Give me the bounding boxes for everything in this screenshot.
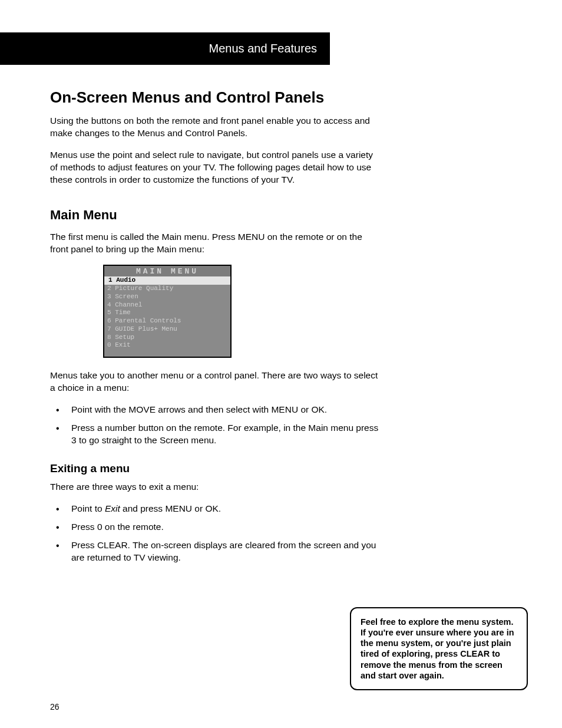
osd-item-setup: 8 Setup [104, 334, 230, 342]
bullet-list: Point with the MOVE arrows and then sele… [50, 404, 380, 447]
osd-item-screen: 3 Screen [104, 293, 230, 301]
paragraph: There are three ways to exit a menu: [50, 481, 380, 493]
bullet-item: Press 0 on the remote. [50, 521, 380, 533]
osd-item-exit: 0 Exit [104, 341, 230, 350]
page-number: 26 [50, 702, 59, 711]
bullet-item: Point with the MOVE arrows and then sele… [50, 404, 380, 416]
bullet-list: Point to Exit and press MENU or OK. Pres… [50, 503, 380, 564]
tip-text: Feel free to explore the menu system. If… [361, 617, 514, 680]
osd-item-parental: 6 Parental Controls [104, 317, 230, 325]
paragraph: Menus use the point and select rule to n… [50, 149, 380, 186]
osd-item-channel: 4 Channel [104, 301, 230, 309]
bullet-item: Press CLEAR. The on-screen displays are … [50, 539, 380, 564]
osd-main-menu: MAIN MENU 1 Audio 2 Picture Quality 3 Sc… [103, 265, 232, 358]
page-content: On-Screen Menus and Control Panels Using… [0, 65, 562, 564]
osd-item-time: 5 Time [104, 309, 230, 317]
chapter-title: Menus and Features [209, 42, 317, 55]
section-heading-mainmenu: Main Menu [50, 207, 444, 223]
tip-callout-box: Feel free to explore the menu system. If… [350, 607, 528, 690]
chapter-header-bar: Menus and Features [0, 32, 330, 65]
osd-item-audio: 1 Audio [103, 276, 232, 285]
paragraph: Using the buttons on both the remote and… [50, 115, 380, 140]
bullet-item: Point to Exit and press MENU or OK. [50, 503, 380, 515]
paragraph: The first menu is called the Main menu. … [50, 231, 380, 256]
bullet-item: Press a number button on the remote. For… [50, 422, 380, 447]
osd-title: MAIN MENU [104, 266, 230, 276]
section-heading-onscreen: On-Screen Menus and Control Panels [50, 88, 444, 107]
paragraph: Menus take you to another menu or a cont… [50, 370, 380, 394]
osd-item-guide: 7 GUIDE Plus+ Menu [104, 325, 230, 334]
section-heading-exiting: Exiting a menu [50, 462, 444, 475]
osd-item-picture-quality: 2 Picture Quality [104, 285, 230, 293]
